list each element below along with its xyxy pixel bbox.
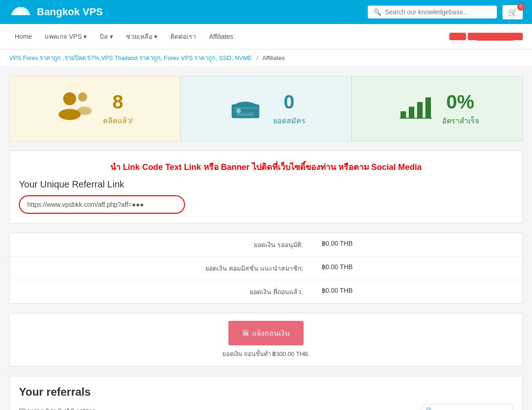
breadcrumb: VPS Forex ราคาถูก ,รายปิลด 57%,VPS Thail… [0, 49, 532, 67]
svg-rect-9 [417, 102, 423, 118]
table-search[interactable]: 🔍 [421, 404, 513, 410]
logo-icon [9, 4, 32, 20]
referrals-section: Your referrals Showing 0 to 0 of 0 entri… [9, 376, 523, 410]
stat-card-rate: 0% อัตราสำเร็จ [352, 76, 523, 141]
cart-button[interactable]: 🛒 0 [502, 5, 523, 19]
stat-card-clicks: 8 คลิคแล้ว! [9, 76, 180, 141]
nav-links: Home แพคเกจ VPS ▾ บิล ▾ ช่วยเหลือ ▾ ติดต… [9, 24, 239, 49]
nav-bar: Home แพคเกจ VPS ▾ บิล ▾ ช่วยเหลือ ▾ ติดต… [0, 24, 532, 49]
clicks-icon [57, 90, 94, 127]
nav-item-help[interactable]: ช่วยเหลือ ▾ [120, 24, 163, 49]
breadcrumb-home-link[interactable]: VPS Forex ราคาถูก ,รายปิลด 57%,VPS Thail… [9, 54, 252, 61]
rate-info: 0% อัตราสำเร็จ [442, 91, 479, 127]
balance-withdrawn-label: ยอดเงิน ที่ถอนแล้ว: [155, 287, 303, 297]
svg-rect-8 [409, 107, 414, 118]
table-search-icon: 🔍 [426, 407, 434, 410]
logo-text: Bangkok VPS [37, 6, 103, 18]
rate-number: 0% [442, 91, 479, 113]
nav-item-bill[interactable]: บิล ▾ [94, 24, 119, 49]
svg-rect-4 [232, 104, 259, 118]
balance-commission-value: ฿0.00 THB [322, 263, 377, 273]
rate-icon [396, 90, 433, 127]
rate-label: อัตราสำเร็จ [442, 115, 479, 127]
user-name-masked: ████████ [468, 33, 523, 40]
withdraw-section: 🏛 แจ้งถอนเงิน ยอดเงิน ถอนขั้นต่ำ ฿300.00… [9, 313, 523, 367]
search-box[interactable]: 🔍 [368, 6, 497, 18]
hello-label: Hello, [449, 33, 466, 40]
referral-link-box[interactable]: https://www.vpsbkk.com/aff.php?aff=●●● [19, 195, 185, 214]
balance-row-withdrawn: ยอดเงิน ที่ถอนแล้ว: ฿0.00 THB [10, 280, 522, 303]
withdraw-button[interactable]: 🏛 แจ้งถอนเงิน [228, 321, 303, 345]
svg-point-0 [63, 92, 76, 105]
search-input[interactable] [385, 8, 491, 16]
withdraw-note: ยอดเงิน ถอนขั้นต่ำ ฿300.00 THB. [222, 349, 310, 359]
nav-item-home[interactable]: Home [9, 25, 37, 48]
balance-commission-label: ยอดเงิน คอมมิสชั่น แนะนำสมาชิก: [155, 263, 303, 273]
breadcrumb-separator: / [257, 54, 258, 61]
svg-rect-7 [400, 111, 406, 118]
signups-info: 0 ยอดสมัคร [273, 91, 305, 127]
balance-section: ยอดเงิน รออนุมัติ: ฿0.00 THB ยอดเงิน คอม… [9, 233, 523, 304]
table-search-input[interactable] [436, 408, 508, 410]
nav-item-contact[interactable]: ติดต่อเรา [165, 24, 202, 49]
main-content: 8 คลิคแล้ว! 0 ยอดสมัคร [0, 67, 532, 410]
svg-point-2 [78, 92, 87, 102]
signups-label: ยอดสมัคร [273, 115, 305, 127]
referral-title: Your Unique Referral Link [19, 179, 513, 190]
referral-section: นำ Link Code Text Link หรือ Banner ไปติด… [9, 151, 523, 223]
balance-pending-value: ฿0.00 THB [322, 240, 377, 250]
balance-pending-label: ยอดเงิน รออนุมัติ: [155, 240, 303, 250]
signups-icon [227, 90, 264, 127]
balance-row-commission: ยอดเงิน คอมมิสชั่น แนะนำสมาชิก: ฿0.00 TH… [10, 257, 522, 280]
stat-card-signups: 0 ยอดสมัคร [180, 76, 352, 141]
showing-text: Showing 0 to 0 of 0 entries [19, 407, 96, 410]
clicks-info: 8 คลิคแล้ว! [103, 91, 133, 127]
svg-point-3 [77, 107, 92, 115]
nav-hello: Hello, ████████ [449, 25, 523, 48]
search-icon: 🔍 [373, 8, 381, 16]
stats-row: 8 คลิคแล้ว! 0 ยอดสมัคร [9, 76, 523, 141]
logo-area: Bangkok VPS [9, 4, 103, 20]
header-right: 🔍 🛒 0 [368, 5, 523, 19]
breadcrumb-current: Affiliates [262, 54, 285, 61]
nav-item-vps[interactable]: แพคเกจ VPS ▾ [39, 24, 92, 49]
referral-instruction: นำ Link Code Text Link หรือ Banner ไปติด… [19, 160, 513, 174]
balance-row-pending: ยอดเงิน รออนุมัติ: ฿0.00 THB [10, 233, 522, 257]
clicks-label: คลิคแล้ว! [103, 115, 133, 127]
referrals-info-row: Showing 0 to 0 of 0 entries 🔍 [19, 404, 513, 410]
referrals-title: Your referrals [19, 386, 513, 398]
cart-badge: 0 [517, 3, 525, 11]
clicks-number: 8 [103, 91, 133, 113]
top-header: Bangkok VPS 🔍 🛒 0 [0, 0, 532, 24]
signups-number: 0 [273, 91, 305, 113]
svg-rect-10 [425, 97, 431, 118]
nav-item-affiliates[interactable]: Affiliates [203, 25, 239, 48]
balance-withdrawn-value: ฿0.00 THB [322, 287, 377, 297]
